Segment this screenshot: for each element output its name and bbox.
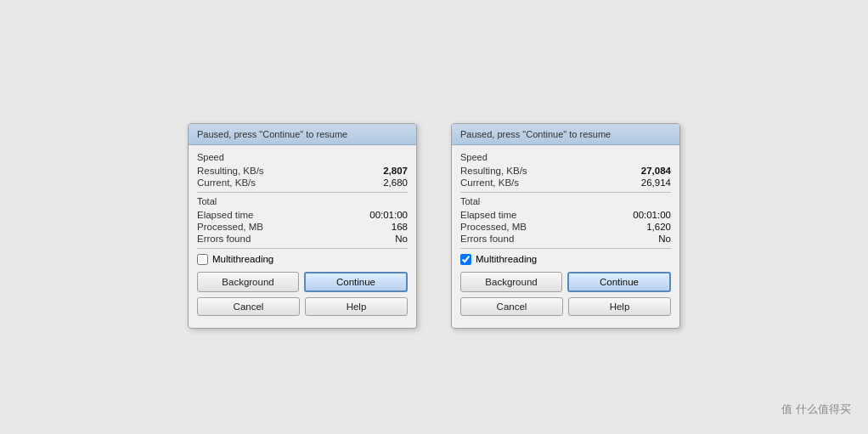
- total-row-2-left: Errors foundNo: [197, 233, 408, 245]
- total-label-0: Elapsed time: [197, 210, 253, 220]
- speed-value-0: 2,807: [383, 166, 408, 176]
- help-button-left[interactable]: Help: [305, 297, 408, 316]
- total-value-0: 00:01:00: [369, 210, 408, 220]
- continue-button-right[interactable]: Continue: [567, 272, 671, 292]
- total-row-2-right: Errors foundNo: [460, 233, 671, 245]
- dialog-right: Paused, press "Continue" to resumeSpeedR…: [451, 123, 680, 329]
- speed-row-1-left: Current, KB/s2,680: [197, 177, 408, 189]
- cancel-button-right[interactable]: Cancel: [460, 297, 563, 316]
- speed-row-0-left: Resulting, KB/s2,807: [197, 165, 408, 177]
- total-label-1: Processed, MB: [460, 222, 527, 232]
- dialog-body-left: SpeedResulting, KB/s2,807Current, KB/s2,…: [189, 145, 416, 328]
- multithreading-label-right: Multithreading: [476, 254, 537, 264]
- speed-header-right: Speed: [460, 152, 671, 162]
- multithreading-row-left: Multithreading: [197, 254, 408, 265]
- dialog-body-right: SpeedResulting, KB/s27,084Current, KB/s2…: [452, 145, 679, 328]
- multithreading-checkbox-right[interactable]: [460, 254, 471, 265]
- total-value-1: 168: [392, 222, 408, 232]
- total-label-1: Processed, MB: [197, 222, 263, 232]
- speed-value-1: 26,914: [641, 178, 671, 188]
- watermark: 值 什么值得买: [781, 402, 851, 417]
- speed-label-0: Resulting, KB/s: [197, 166, 264, 176]
- dialogs-container: Paused, press "Continue" to resumeSpeedR…: [188, 123, 680, 329]
- total-header-left: Total: [197, 196, 408, 206]
- divider-1-left: [197, 192, 408, 193]
- speed-label-1: Current, KB/s: [197, 178, 256, 188]
- total-label-0: Elapsed time: [460, 210, 516, 220]
- speed-label-1: Current, KB/s: [460, 178, 519, 188]
- total-row-1-left: Processed, MB168: [197, 221, 408, 233]
- multithreading-row-right: Multithreading: [460, 254, 671, 265]
- button-row-0-left: BackgroundContinue: [197, 272, 408, 292]
- dialog-title-right: Paused, press "Continue" to resume: [452, 124, 679, 145]
- dialog-title-left: Paused, press "Continue" to resume: [189, 124, 416, 145]
- divider-1-right: [460, 192, 671, 193]
- total-label-2: Errors found: [197, 234, 251, 244]
- speed-value-1: 2,680: [383, 178, 408, 188]
- button-row-1-left: CancelHelp: [197, 297, 408, 316]
- help-button-right[interactable]: Help: [568, 297, 671, 316]
- speed-label-0: Resulting, KB/s: [460, 166, 527, 176]
- total-label-2: Errors found: [460, 234, 514, 244]
- button-row-1-right: CancelHelp: [460, 297, 671, 316]
- speed-value-0: 27,084: [641, 166, 671, 176]
- multithreading-label-left: Multithreading: [212, 254, 273, 264]
- multithreading-checkbox-left[interactable]: [197, 254, 208, 265]
- total-header-right: Total: [460, 196, 671, 206]
- continue-button-left[interactable]: Continue: [304, 272, 408, 292]
- total-value-2: No: [658, 234, 671, 244]
- dialog-left: Paused, press "Continue" to resumeSpeedR…: [188, 123, 417, 329]
- divider-2-left: [197, 248, 408, 249]
- cancel-button-left[interactable]: Cancel: [197, 297, 300, 316]
- background-button-right[interactable]: Background: [460, 272, 562, 292]
- speed-row-0-right: Resulting, KB/s27,084: [460, 165, 671, 177]
- divider-2-right: [460, 248, 671, 249]
- total-row-1-right: Processed, MB1,620: [460, 221, 671, 233]
- speed-row-1-right: Current, KB/s26,914: [460, 177, 671, 189]
- background-button-left[interactable]: Background: [197, 272, 299, 292]
- button-row-0-right: BackgroundContinue: [460, 272, 671, 292]
- total-value-2: No: [395, 234, 408, 244]
- total-row-0-right: Elapsed time00:01:00: [460, 209, 671, 221]
- speed-header-left: Speed: [197, 152, 408, 162]
- total-value-0: 00:01:00: [633, 210, 671, 220]
- total-value-1: 1,620: [646, 222, 671, 232]
- total-row-0-left: Elapsed time00:01:00: [197, 209, 408, 221]
